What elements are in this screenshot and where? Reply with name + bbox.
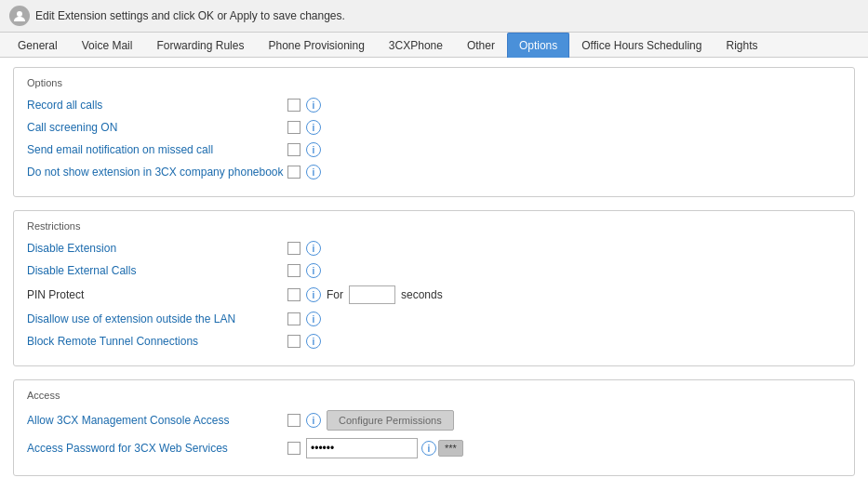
checkbox-password[interactable] [287,442,300,455]
tab-other[interactable]: Other [455,33,507,58]
seconds-label: seconds [401,288,443,301]
info-icon-phonebook[interactable]: i [306,165,321,179]
tab-office-hours[interactable]: Office Hours Scheduling [569,33,714,58]
option-label-screening: Call screening ON [27,121,287,134]
option-row-disable-calls: Disable External Calls i [27,263,841,278]
topbar-message: Edit Extension settings and click OK or … [35,9,345,22]
checkbox-disallow-lan[interactable] [287,312,300,325]
checkbox-disable-ext[interactable] [287,242,300,255]
option-label-block-tunnel: Block Remote Tunnel Connections [27,335,287,348]
info-icon-disable-calls[interactable]: i [306,263,321,278]
content-area: Options Record all calls i Call screenin… [0,58,868,491]
checkbox-disable-calls[interactable] [287,264,300,277]
checkbox-pin[interactable] [287,288,300,301]
pin-seconds-input[interactable] [349,285,395,304]
access-section-title: Access [27,390,841,401]
info-icon-console-access[interactable]: i [306,413,321,428]
option-row-console-access: Allow 3CX Management Console Access i Co… [27,410,841,431]
checkbox-screening[interactable] [287,121,300,134]
info-icon-pin[interactable]: i [306,287,321,302]
option-label-pin: PIN Protect [27,288,287,301]
info-icon-block-tunnel[interactable]: i [306,334,321,349]
for-label: For [327,288,343,301]
info-icon-disallow-lan[interactable]: i [306,312,321,326]
option-label-disable-calls: Disable External Calls [27,264,287,277]
option-row-block-tunnel: Block Remote Tunnel Connections i [27,334,841,349]
restrictions-section-title: Restrictions [27,220,841,232]
option-row-password: Access Password for 3CX Web Services i *… [27,438,841,458]
option-label-console-access: Allow 3CX Management Console Access [27,414,287,427]
option-label-email: Send email notification on missed call [27,143,287,156]
option-row-record: Record all calls i [27,98,841,113]
options-section-title: Options [27,77,841,88]
tab-voicemail[interactable]: Voice Mail [70,33,145,58]
tab-3cxphone[interactable]: 3CXPhone [377,33,455,58]
top-bar: Edit Extension settings and click OK or … [0,0,868,33]
option-row-email: Send email notification on missed call i [27,142,841,157]
tab-forwarding[interactable]: Forwarding Rules [144,33,256,58]
option-row-disable-ext: Disable Extension i [27,241,841,256]
option-row-pin: PIN Protect i For seconds [27,285,841,304]
option-label-record: Record all calls [27,99,287,112]
option-label-disallow-lan: Disallow use of extension outside the LA… [27,312,287,325]
configure-permissions-button[interactable]: Configure Permissions [327,410,454,431]
option-label-disable-ext: Disable Extension [27,242,287,255]
tab-bar: General Voice Mail Forwarding Rules Phon… [0,33,868,58]
password-input[interactable] [306,438,418,458]
checkbox-console-access[interactable] [287,414,300,427]
checkbox-phonebook[interactable] [287,166,300,179]
tab-general[interactable]: General [6,33,70,58]
info-icon-password[interactable]: i [421,441,436,456]
user-icon [9,6,30,26]
option-row-phonebook: Do not show extension in 3CX company pho… [27,165,841,179]
tab-rights[interactable]: Rights [714,33,769,58]
restrictions-section: Restrictions Disable Extension i Disable… [13,210,855,366]
info-icon-record[interactable]: i [306,98,321,113]
checkbox-record[interactable] [287,99,300,112]
tab-phone-provisioning[interactable]: Phone Provisioning [256,33,376,58]
option-row-screening: Call screening ON i [27,120,841,135]
options-section: Options Record all calls i Call screenin… [13,67,855,197]
option-label-password: Access Password for 3CX Web Services [27,442,287,455]
access-section: Access Allow 3CX Management Console Acce… [13,379,855,476]
option-label-phonebook: Do not show extension in 3CX company pho… [27,166,287,179]
option-row-disallow-lan: Disallow use of extension outside the LA… [27,312,841,326]
info-icon-disable-ext[interactable]: i [306,241,321,256]
tab-options[interactable]: Options [507,33,569,58]
checkbox-email[interactable] [287,143,300,156]
info-icon-screening[interactable]: i [306,120,321,135]
info-icon-email[interactable]: i [306,142,321,157]
svg-point-0 [17,11,22,17]
checkbox-block-tunnel[interactable] [287,335,300,348]
show-password-button[interactable]: *** [438,440,463,457]
